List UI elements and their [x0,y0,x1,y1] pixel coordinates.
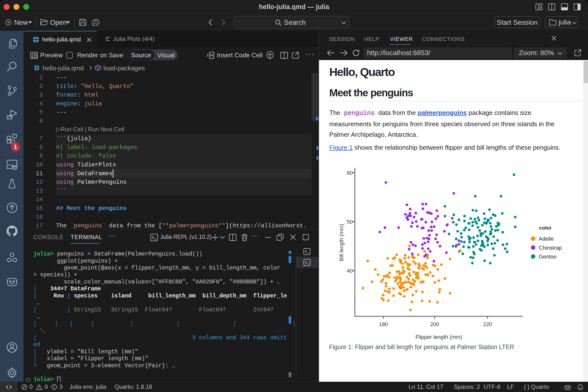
svg-text:220: 220 [483,321,492,327]
svg-text:60: 60 [347,170,353,176]
svg-text:Flipper length (mm): Flipper length (mm) [416,334,462,340]
svg-text:Gentoo: Gentoo [539,254,556,260]
svg-text:color: color [539,225,552,230]
svg-text:Adelie: Adelie [539,236,554,242]
svg-text:200: 200 [430,321,439,327]
svg-text:40: 40 [347,268,353,274]
svg-text:50: 50 [347,219,353,225]
svg-text:180: 180 [379,321,388,327]
svg-text:Chinstrap: Chinstrap [539,245,562,251]
svg-text:Bill length (mm): Bill length (mm) [338,224,344,262]
